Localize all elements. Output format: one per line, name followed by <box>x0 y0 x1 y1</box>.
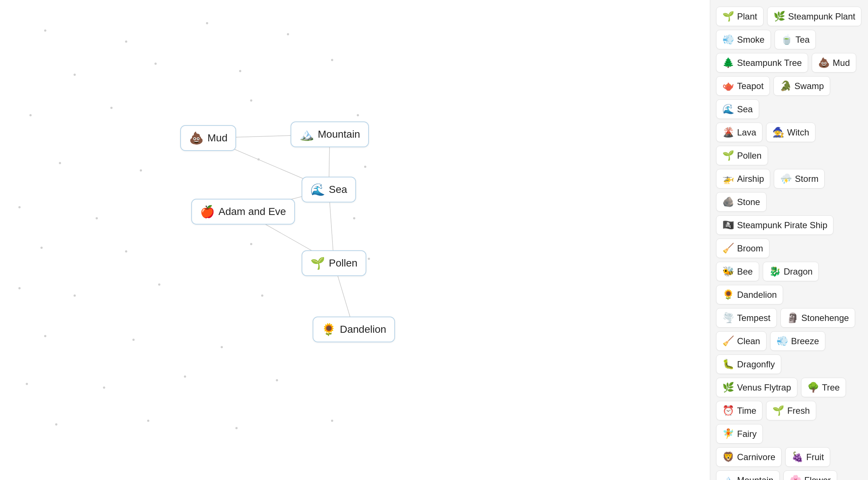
sidebar-item[interactable]: 🧙Witch <box>766 123 815 142</box>
sidebar-item[interactable]: 🍵Tea <box>775 30 816 49</box>
node-adam-and-eve[interactable]: 🍎Adam and Eve <box>191 199 295 225</box>
sidebar-item[interactable]: ⛈️Storm <box>774 169 825 188</box>
item-emoji: 🌿 <box>773 11 785 22</box>
item-label: Dragonfly <box>737 359 775 370</box>
node-pollen[interactable]: 🌱Pollen <box>302 250 366 276</box>
elements-sidebar[interactable]: 🌱Plant🌿Steampunk Plant💨Smoke🍵Tea🌲Steampu… <box>710 0 868 480</box>
item-emoji: 🫖 <box>722 80 734 92</box>
node-sea[interactable]: 🌊Sea <box>302 177 356 202</box>
background-dot <box>44 29 46 32</box>
sidebar-item[interactable]: 🌲Steampunk Tree <box>716 53 808 73</box>
item-label: Time <box>737 406 756 416</box>
sidebar-item[interactable]: 🏔️Mountain <box>716 470 780 480</box>
item-label: Breeze <box>791 336 819 346</box>
node-label: Pollen <box>329 257 357 269</box>
item-emoji: 🌊 <box>722 103 734 115</box>
node-mountain[interactable]: 🏔️Mountain <box>291 121 369 147</box>
background-dot <box>154 63 157 65</box>
sidebar-item[interactable]: 💨Breeze <box>770 331 825 351</box>
background-dot <box>29 114 32 116</box>
sidebar-item[interactable]: 🐛Dragonfly <box>716 354 781 374</box>
sidebar-item[interactable]: 🌿Steampunk Plant <box>767 7 862 26</box>
item-label: Pollen <box>737 151 762 161</box>
item-emoji: 🧙 <box>772 127 784 138</box>
craft-canvas[interactable]: 💩Mud🏔️Mountain🌊Sea🍎Adam and Eve🌱Pollen🌻D… <box>0 0 710 480</box>
item-label: Carnivore <box>737 452 775 462</box>
sidebar-item[interactable]: 🫖Teapot <box>716 76 770 96</box>
sidebar-row: 🏔️Mountain🌸Flower <box>716 470 862 480</box>
sidebar-item[interactable]: 🌸Flower <box>783 470 837 480</box>
sidebar-item[interactable]: 🐝Bee <box>716 262 759 281</box>
item-label: Tea <box>796 35 810 45</box>
background-dot <box>74 74 76 76</box>
sidebar-item[interactable]: 🌱Plant <box>716 7 764 26</box>
background-dot <box>132 339 135 341</box>
sidebar-item[interactable]: 🌊Sea <box>716 99 759 119</box>
node-emoji: 🍎 <box>200 205 215 219</box>
sidebar-item[interactable]: 🌻Dandelion <box>716 285 783 304</box>
sidebar-item[interactable]: 🌪️Tempest <box>716 308 777 328</box>
item-label: Swamp <box>794 81 824 91</box>
item-emoji: 🌱 <box>722 11 734 22</box>
sidebar-item[interactable]: 🧚Fairy <box>716 424 763 444</box>
item-label: Dandelion <box>737 290 777 300</box>
node-emoji: 💩 <box>189 131 204 145</box>
sidebar-item[interactable]: ⏰Time <box>716 401 762 420</box>
sidebar-item[interactable]: 🪨Stone <box>716 192 766 212</box>
sidebar-row: 🌪️Tempest🗿Stonehenge <box>716 308 862 328</box>
background-dot <box>59 162 61 164</box>
sidebar-item[interactable]: 🧹Clean <box>716 331 766 351</box>
item-label: Airship <box>737 174 764 184</box>
sidebar-item[interactable]: 🐊Swamp <box>773 76 830 96</box>
sidebar-row: 🌋Lava🧙Witch🌱Pollen <box>716 123 862 165</box>
sidebar-item[interactable]: 💨Smoke <box>716 30 771 49</box>
node-emoji: 🏔️ <box>299 127 314 141</box>
background-dot <box>184 375 186 378</box>
background-dot <box>103 387 105 389</box>
item-emoji: 💩 <box>818 57 830 68</box>
item-label: Stonehenge <box>801 313 849 323</box>
sidebar-item[interactable]: 🧹Broom <box>716 239 769 258</box>
item-label: Smoke <box>737 35 765 45</box>
sidebar-item[interactable]: 💩Mud <box>812 53 856 73</box>
item-emoji: 🐊 <box>780 80 791 92</box>
sidebar-item[interactable]: 🌋Lava <box>716 123 762 142</box>
item-label: Clean <box>737 336 760 346</box>
sidebar-item[interactable]: 🌿Venus Flytrap <box>716 378 797 397</box>
item-emoji: 🐛 <box>722 359 734 370</box>
item-emoji: 🍵 <box>781 34 793 45</box>
node-mud[interactable]: 💩Mud <box>180 125 236 151</box>
sidebar-item[interactable]: 🏴‍☠️Steampunk Pirate Ship <box>716 215 833 235</box>
sidebar-items-container: 🌱Plant🌿Steampunk Plant💨Smoke🍵Tea🌲Steampu… <box>716 7 862 480</box>
item-emoji: 🌲 <box>722 57 734 68</box>
sidebar-item[interactable]: 🦁Carnivore <box>716 447 782 467</box>
item-emoji: 🌪️ <box>722 312 734 324</box>
item-emoji: 🐉 <box>769 266 781 277</box>
sidebar-row: 🚁Airship⛈️Storm🪨Stone <box>716 169 862 212</box>
sidebar-item[interactable]: 🌳Tree <box>801 378 846 397</box>
item-label: Broom <box>737 243 763 254</box>
sidebar-row: 🌲Steampunk Tree💩Mud <box>716 53 862 73</box>
node-emoji: 🌱 <box>310 256 325 270</box>
node-label: Mud <box>207 132 227 144</box>
sidebar-row: ⏰Time🌱Fresh🧚Fairy <box>716 401 862 444</box>
sidebar-item[interactable]: 🐉Dragon <box>763 262 819 281</box>
sidebar-item[interactable]: 🌱Fresh <box>766 401 816 420</box>
sidebar-row: 🐝Bee🐉Dragon🌻Dandelion <box>716 262 862 304</box>
item-label: Bee <box>737 267 753 277</box>
background-dot <box>110 107 113 109</box>
background-dot <box>221 346 223 348</box>
node-emoji: 🌊 <box>310 183 325 197</box>
background-dot <box>239 70 241 72</box>
item-label: Venus Flytrap <box>737 382 791 393</box>
node-dandelion[interactable]: 🌻Dandelion <box>313 317 395 342</box>
background-dot <box>147 420 149 422</box>
sidebar-item[interactable]: 🌱Pollen <box>716 146 768 165</box>
item-label: Mountain <box>737 475 773 480</box>
item-emoji: 🌸 <box>790 474 801 480</box>
node-label: Adam and Eve <box>218 206 286 218</box>
sidebar-item[interactable]: 🍇Fruit <box>785 447 830 467</box>
sidebar-item[interactable]: 🗿Stonehenge <box>780 308 855 328</box>
item-label: Fruit <box>806 452 824 462</box>
sidebar-item[interactable]: 🚁Airship <box>716 169 770 188</box>
